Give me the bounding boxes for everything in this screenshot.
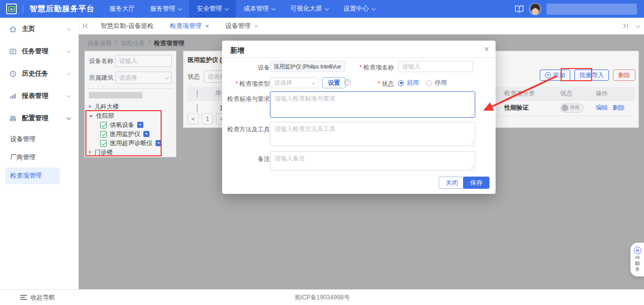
caret-right-icon <box>89 150 91 154</box>
menu-item-visual-screen[interactable]: 可视化大屏 <box>283 0 336 18</box>
collapse-icon <box>20 295 27 300</box>
select-all-checkbox[interactable] <box>197 89 198 97</box>
modal-close-icon[interactable]: × <box>484 45 489 54</box>
menu-item-security-mgmt[interactable]: 安全管理 <box>189 0 236 18</box>
menu-label: 设置中心 <box>344 5 369 13</box>
add-device-icon[interactable] <box>137 122 143 128</box>
app-title: 智慧后勤服务平台 <box>29 4 95 14</box>
sidebar: 主页 任务管理 历史任务 报表管理 配置管理 设备管理 厂商管理 检查项管理 <box>0 18 79 289</box>
method-field-label: 检查方法及工具 <box>226 125 270 134</box>
toggle-label: 停用 <box>570 105 579 111</box>
content-area: 设备巡检 / 巡检任务 / 检查项管理 设备名称 所属建筑 请选择 儿科大楼 住… <box>79 35 644 289</box>
handbook-icon[interactable] <box>514 5 524 13</box>
ai-label: AI <box>635 255 640 260</box>
sidebar-item-history-tasks[interactable]: 历史任务 <box>0 62 78 85</box>
button-label: 删除 <box>618 71 630 80</box>
delete-link[interactable]: 删除 <box>612 104 625 112</box>
row-checkbox[interactable] <box>197 104 198 112</box>
delete-button[interactable]: 删除 <box>613 70 635 81</box>
radio-enable[interactable]: 启用 <box>398 79 419 87</box>
sidebar-item-label: 任务管理 <box>22 47 48 56</box>
ai-assistant-button[interactable]: AI AI 助 手 <box>630 243 644 277</box>
tasks-icon <box>9 48 17 55</box>
menu-item-cost-mgmt[interactable]: 成本管理 <box>236 0 283 18</box>
status-toggle[interactable]: 停用 <box>560 104 584 113</box>
add-button[interactable]: +添加 <box>540 70 570 81</box>
standard-field-label: 检查标准与要求 <box>226 95 270 104</box>
button-label: 批量导入 <box>579 71 604 80</box>
checkbox-checked-icon[interactable] <box>100 131 107 138</box>
device-field-label: 设备 <box>226 63 270 72</box>
col-header-actions: 操作 <box>596 89 634 98</box>
tab-device-inspection[interactable]: 智慧后勤-设备巡检 <box>93 18 162 35</box>
sidebar-item-report-mgmt[interactable]: 报表管理 <box>0 85 78 107</box>
ai-chat-icon: AI <box>634 247 641 254</box>
item-type-select[interactable]: 请选择 <box>270 77 319 88</box>
sidebar-item-home[interactable]: 主页 <box>0 18 78 40</box>
user-avatar[interactable] <box>529 3 541 15</box>
tab-check-item-mgmt[interactable]: 检查项管理× <box>162 18 217 35</box>
add-device-icon[interactable] <box>143 131 149 137</box>
tab-device-mgmt[interactable]: 设备管理× <box>217 18 266 35</box>
tree-node-ultrasound[interactable]: 医用超声诊断仪 <box>89 139 172 148</box>
menu-item-service-mgmt[interactable]: 服务管理 <box>142 0 189 18</box>
pagination: < 1 > <box>188 113 227 124</box>
tab-scroll-right-icon[interactable] <box>619 23 632 28</box>
sidebar-subitem-device-mgmt[interactable]: 设备管理 <box>5 131 60 148</box>
add-device-icon[interactable] <box>156 140 162 146</box>
breadcrumb-item[interactable]: 设备巡检 <box>87 39 112 48</box>
item-name-input[interactable] <box>398 61 473 72</box>
breadcrumb-separator: / <box>115 39 117 48</box>
standard-textarea[interactable] <box>270 91 475 118</box>
tree-node-pediatric-building[interactable]: 儿科大楼 <box>89 102 172 111</box>
tree-node-outpatient-building[interactable]: 门诊楼 <box>89 148 172 157</box>
sidebar-subitem-label: 厂商管理 <box>10 153 36 162</box>
menu-item-service-hall[interactable]: 服务大厅 <box>102 0 142 18</box>
breadcrumb-item[interactable]: 巡检任务 <box>120 39 145 48</box>
type-settings-button[interactable]: 设置 <box>322 77 346 88</box>
ai-label: 手 <box>635 267 640 273</box>
prev-page-button[interactable]: < <box>188 113 199 124</box>
menu-item-settings-center[interactable]: 设置中心 <box>336 0 383 18</box>
sidebar-item-config-mgmt[interactable]: 配置管理 <box>0 107 78 129</box>
chevron-down-icon <box>166 76 169 79</box>
button-label: 添加 <box>553 71 565 80</box>
radio-label: 停用 <box>435 79 447 87</box>
device-name-input[interactable] <box>115 55 172 67</box>
radio-label: 启用 <box>407 79 419 87</box>
page-number-button[interactable]: 1 <box>202 113 213 124</box>
checkbox-checked-icon[interactable] <box>100 122 107 128</box>
chevron-down-icon <box>324 6 328 10</box>
batch-import-button[interactable]: 批量导入 <box>574 70 609 81</box>
menu-label: 可视化大屏 <box>290 5 322 13</box>
menu-label: 服务管理 <box>150 5 175 13</box>
divider <box>23 5 23 13</box>
sidebar-subitem-check-item-mgmt[interactable]: 检查项管理 <box>5 167 60 184</box>
collapse-sidebar-button[interactable]: 收起导航 <box>20 293 55 302</box>
plus-circle-icon: + <box>545 72 551 78</box>
chevron-down-icon <box>67 115 71 119</box>
sidebar-item-label: 报表管理 <box>22 91 48 100</box>
tab-menu-chevron-icon[interactable] <box>632 24 644 28</box>
modal-title: 新增 <box>230 46 244 55</box>
device-field-input <box>270 61 345 72</box>
method-textarea[interactable] <box>270 122 475 146</box>
remark-textarea[interactable] <box>270 151 475 171</box>
checkbox-checked-icon[interactable] <box>100 140 107 147</box>
edit-link[interactable]: 编辑 <box>596 104 608 112</box>
radio-disable[interactable]: 停用 <box>426 79 447 87</box>
modal-close-button[interactable]: 关闭 <box>439 177 465 189</box>
modal-save-button[interactable]: 保存 <box>463 177 489 189</box>
tree-node-inpatient-dept[interactable]: 住院部 <box>89 111 172 120</box>
tab-scroll-left-icon[interactable] <box>79 23 93 28</box>
cell-category: 性能验证 <box>504 104 560 112</box>
sidebar-subitem-vendor-mgmt[interactable]: 厂商管理 <box>5 149 60 166</box>
building-select[interactable]: 请选择 <box>115 72 172 84</box>
close-icon[interactable]: × <box>254 23 258 29</box>
device-name-label: 设备名称 <box>89 57 115 65</box>
sidebar-item-task-mgmt[interactable]: 任务管理 <box>0 40 78 62</box>
chevron-down-icon <box>371 6 375 10</box>
tree-node-oxygen-equipment[interactable]: 供氧设备 <box>89 120 172 129</box>
close-icon[interactable]: × <box>205 23 209 29</box>
tree-node-patient-monitor[interactable]: 医用监护仪 <box>89 129 172 139</box>
